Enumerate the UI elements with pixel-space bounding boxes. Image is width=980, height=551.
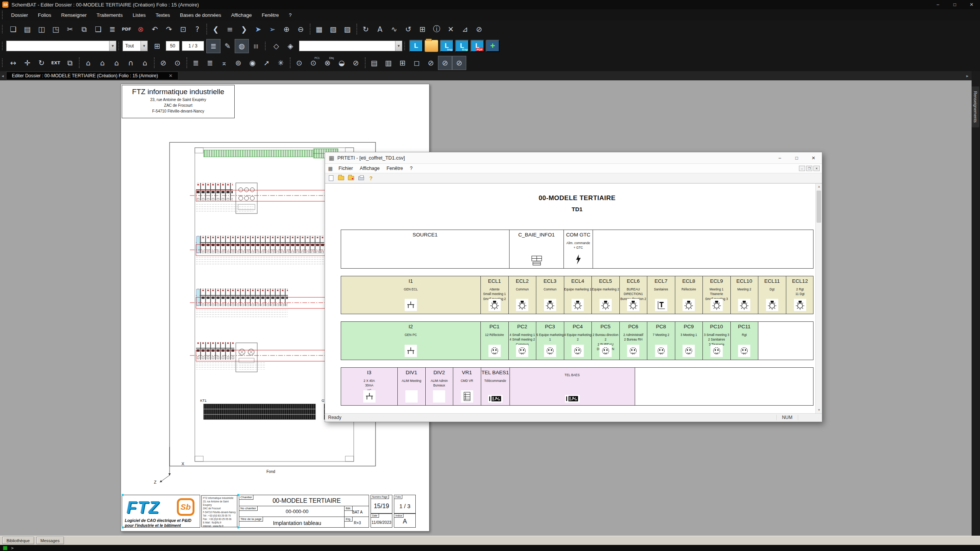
separator[interactable]	[204, 22, 209, 36]
toolbar-grip[interactable]	[118, 42, 120, 50]
menu-item[interactable]: Dossier	[6, 11, 33, 20]
scroll-up-icon[interactable]: ▲	[816, 184, 822, 190]
move-button[interactable]: ✛	[20, 56, 34, 70]
table-cell[interactable]: C_BAIE_INFO1	[510, 230, 564, 268]
menu-item[interactable]: Renseigner	[56, 11, 92, 20]
separator[interactable]	[288, 56, 292, 70]
table-cell[interactable]: ECL1 Attente Small meeting 1 Small meeti…	[481, 276, 509, 314]
table-cell[interactable]: PC10 3 Small meeting 3 2 Sanitaires 3 Ti…	[703, 322, 731, 360]
menu-item[interactable]: Traitements	[91, 11, 127, 20]
table-cell[interactable]	[758, 322, 813, 360]
menu-item[interactable]: Fenêtre	[383, 165, 407, 172]
table-cell[interactable]: I2 GEN PC	[341, 322, 481, 360]
zoom-in-button[interactable]: ⊕	[279, 22, 294, 36]
table-rows-button[interactable]: ▤	[367, 56, 381, 70]
person-hide-button[interactable]: ◒	[335, 56, 349, 70]
layers-button[interactable]: ◇	[269, 39, 283, 53]
toolbar-grip[interactable]	[265, 42, 267, 50]
table-cell[interactable]: VR1 CMD VR	[453, 368, 481, 405]
prteti-window[interactable]: ▦ PRTETI - [eti_coffret_TD1.csv] –□✕ ▦ F…	[325, 152, 822, 422]
table-cell[interactable]: ECL11 Dgt	[758, 276, 786, 314]
table-cell[interactable]: ECL12 2 Rgt 11 Dgt	[786, 276, 814, 314]
hide-all-button[interactable]: ⊘	[438, 56, 452, 70]
tab-close-icon[interactable]: ✕	[169, 73, 173, 78]
liste-pdf-button[interactable]: L PDF	[470, 40, 484, 52]
prteti-close-button[interactable]: ✕	[805, 152, 822, 164]
chevron-down-icon[interactable]: ▼	[395, 41, 402, 51]
hatch-button[interactable]: |||	[249, 39, 263, 53]
command-prompt[interactable]: >	[11, 546, 14, 551]
delete-button[interactable]: ⊗	[134, 22, 148, 36]
table-cell[interactable]: PC8 7 Meeting 2	[647, 322, 675, 360]
table-cell[interactable]: ECL4 Equipe marketing 1	[564, 276, 592, 314]
menu-item[interactable]: Affichage	[226, 11, 257, 20]
lamp-highlight-button[interactable]: ◍	[235, 39, 249, 53]
table-cell[interactable]: SOURCE1	[341, 230, 510, 268]
folio-counter-field[interactable]: 1 / 3	[182, 41, 204, 51]
undo-button[interactable]: ↶	[148, 22, 162, 36]
table-cell[interactable]: ECL6 BUREAU DIRECTION1 Bureau direction …	[620, 276, 648, 314]
layer-combobox[interactable]: ▼	[299, 41, 402, 51]
stop-button[interactable]: ⊡	[176, 22, 190, 36]
menu-item[interactable]: Affichage	[356, 165, 383, 172]
scroll-down-icon[interactable]: ▼	[816, 407, 822, 413]
close-button[interactable]: ✕	[963, 0, 980, 9]
stretch-button[interactable]: ↔	[6, 56, 20, 70]
selection-handle[interactable]	[122, 494, 124, 496]
selection-handle[interactable]	[122, 527, 124, 528]
table-cell[interactable]: ECL9 Meeting 1 Tisanerie Small meeting 3	[703, 276, 731, 314]
table-cell[interactable]: TEL BAES	[510, 368, 635, 405]
table-cell[interactable]: COM GTC Alim. commande + GTC	[564, 230, 593, 268]
table-cell[interactable]	[635, 368, 813, 405]
tab-scroll-right-icon[interactable]: ▸	[965, 73, 970, 78]
selection-handle[interactable]	[237, 494, 239, 496]
help-icon[interactable]: ?	[367, 175, 375, 182]
table-cell[interactable]: ECL2 Commun	[509, 276, 537, 314]
chevron-down-icon[interactable]: ▼	[140, 41, 147, 51]
table-cell[interactable]: PC11 Rgt	[731, 322, 759, 360]
table-cell[interactable]: PC1 12 Réfectoire	[481, 322, 509, 360]
text-tool-button[interactable]: A	[373, 22, 387, 36]
panel-toggle-button[interactable]: Bibliothèque	[2, 537, 34, 544]
export-pdf-button[interactable]: PDF	[119, 22, 134, 36]
toolbar-grip[interactable]	[2, 11, 4, 19]
prteti-maximize-button[interactable]: □	[788, 152, 805, 164]
table-cell[interactable]	[593, 230, 813, 268]
cable-tray-button[interactable]: ⌅	[217, 56, 231, 70]
liste-import-button[interactable]: L Imp	[440, 40, 454, 52]
pointer-alt-button[interactable]: ➢	[265, 22, 279, 36]
implant-house-hidden-button[interactable]: ⌂	[138, 56, 152, 70]
table-cell[interactable]: PC2 4 Small meeting 1 4 Small meeting 2 …	[509, 322, 537, 360]
tab-scroll-left-icon[interactable]: ◂	[0, 73, 5, 78]
duplicate-zone-button[interactable]: ⧉	[63, 56, 77, 70]
grid-display-button[interactable]: ⊞	[150, 39, 164, 53]
menu-item[interactable]: Folios	[33, 11, 56, 20]
scope-combobox[interactable]: Tout ▼	[122, 41, 148, 51]
help-button[interactable]: ?	[190, 22, 204, 36]
hide-frame-button[interactable]: ⊘	[452, 56, 466, 70]
symbol-route-button[interactable]: ⊙	[170, 56, 185, 70]
new-folio-button[interactable]: ❏	[6, 22, 20, 36]
table-cell[interactable]: I1 GEN ECL	[341, 276, 481, 314]
filled-symbol-button[interactable]: ◉	[245, 56, 260, 70]
scrollbar-thumb[interactable]	[817, 191, 821, 223]
implant-house-button[interactable]: ⌂	[95, 56, 109, 70]
table-cell[interactable]: PC3 5 Equipe marketing 1	[536, 322, 564, 360]
liste-export-button[interactable]: L Exp	[455, 40, 469, 52]
folio-tab[interactable]: Editer Dossier : 00-MODELE TERTIAIRE (Cr…	[6, 72, 178, 80]
vertical-scrollbar[interactable]: ▲ ▼	[815, 184, 822, 413]
doc-minimize-button[interactable]: –	[799, 166, 805, 171]
table-columns-button[interactable]: ▥	[381, 56, 395, 70]
hide-route-button[interactable]: ⊘	[349, 56, 363, 70]
table-cell[interactable]: TEL BAES1 Télécommande	[481, 368, 510, 405]
toolbar-grip[interactable]	[2, 42, 4, 50]
erase-tool-button[interactable]: ✕	[444, 22, 458, 36]
menu-item[interactable]: Textes	[150, 11, 175, 20]
menu-item[interactable]: ?	[284, 11, 296, 20]
nomenclature-alt-button[interactable]: ≣	[203, 56, 217, 70]
new-file-icon[interactable]	[327, 175, 335, 182]
rotate-button[interactable]: ↻	[34, 56, 49, 70]
table-cell[interactable]: ECL5 Equipe marketing 2	[592, 276, 620, 314]
panel-toggle-button[interactable]: Messages	[36, 537, 64, 544]
dossier-symboles-button[interactable]	[425, 40, 438, 52]
